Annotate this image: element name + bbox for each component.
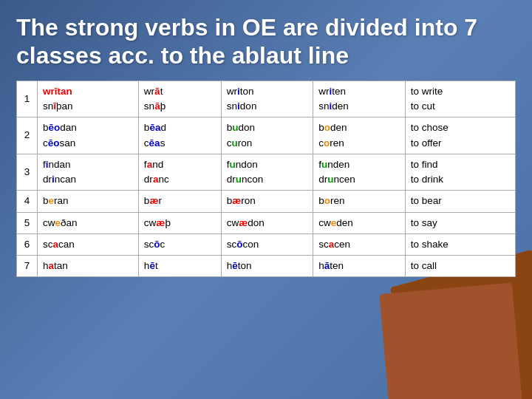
- verbs-table: 1wrītansnīþanwrātsnāþwritonsnidonwritens…: [16, 81, 516, 278]
- table-cell: cweden: [313, 212, 405, 233]
- table-cell: findandrincan: [38, 154, 139, 191]
- table-cell: scōc: [138, 233, 221, 255]
- table-cell: hēton: [221, 256, 313, 277]
- table-cell: hēt: [138, 256, 221, 277]
- table-cell: to call: [405, 256, 515, 277]
- table-row: 7hatanhēthētonhātento call: [17, 256, 516, 277]
- row-number: 7: [17, 256, 38, 277]
- table-cell: writensniden: [313, 81, 405, 117]
- main-content: The strong verbs in OE are divided into …: [0, 0, 532, 284]
- table-cell: cweðan: [38, 212, 139, 233]
- table-cell: fanddranc: [138, 154, 221, 191]
- table-cell: hatan: [38, 256, 139, 277]
- row-number: 3: [17, 154, 38, 191]
- table-cell: beran: [38, 191, 139, 212]
- table-row: 1wrītansnīþanwrātsnāþwritonsnidonwritens…: [17, 81, 516, 117]
- table-cell: to writeto cut: [405, 81, 515, 117]
- table-cell: bodencoren: [313, 117, 405, 154]
- row-number: 5: [17, 212, 38, 233]
- row-number: 6: [17, 233, 38, 255]
- table-cell: boren: [313, 191, 405, 212]
- table-cell: to findto drink: [405, 154, 515, 191]
- table-cell: fundendruncen: [313, 154, 405, 191]
- row-number: 2: [17, 117, 38, 154]
- table-cell: scacen: [313, 233, 405, 255]
- table-cell: bær: [138, 191, 221, 212]
- table-cell: cwæþ: [138, 212, 221, 233]
- table-cell: bēodancēosan: [38, 117, 139, 154]
- table-cell: to choseto offer: [405, 117, 515, 154]
- table-cell: cwædon: [221, 212, 313, 233]
- table-cell: wrātsnāþ: [138, 81, 221, 117]
- table-cell: scacan: [38, 233, 139, 255]
- table-cell: to bear: [405, 191, 515, 212]
- table-cell: to say: [405, 212, 515, 233]
- table-cell: writonsnidon: [221, 81, 313, 117]
- table-row: 3findandrincanfanddrancfundondrunconfund…: [17, 154, 516, 191]
- page-title: The strong verbs in OE are divided into …: [16, 13, 516, 70]
- table-cell: budoncuron: [221, 117, 313, 154]
- table-cell: to shake: [405, 233, 515, 255]
- table-cell: fundondruncon: [221, 154, 313, 191]
- table-row: 5cweðancwæþcwædoncwedento say: [17, 212, 516, 233]
- table-row: 2bēodancēosanbēadcēasbudoncuronbodencore…: [17, 117, 516, 154]
- table-cell: bæron: [221, 191, 313, 212]
- row-number: 4: [17, 191, 38, 212]
- table-row: 4beranbærbæronborento bear: [17, 191, 516, 212]
- table-cell: scōcon: [221, 233, 313, 255]
- table-cell: bēadcēas: [138, 117, 221, 154]
- book-decoration-2: [379, 282, 522, 399]
- table-row: 6scacanscōcscōconscacento shake: [17, 233, 516, 255]
- table-cell: hāten: [313, 256, 405, 277]
- row-number: 1: [17, 81, 38, 117]
- table-cell: wrītansnīþan: [38, 81, 139, 117]
